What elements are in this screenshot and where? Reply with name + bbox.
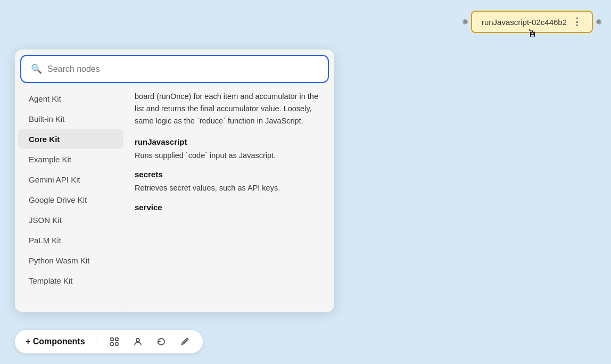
section-title-service: service — [135, 203, 323, 212]
kit-item-gemini-api-kit[interactable]: Gemini API Kit — [18, 170, 123, 189]
node-widget: runJavascript-02c446b2 ⋮ — [463, 11, 601, 33]
node-box: runJavascript-02c446b2 ⋮ — [471, 11, 593, 33]
node-label: runJavascript-02c446b2 — [482, 18, 567, 27]
person-icon-button[interactable] — [130, 335, 145, 348]
components-button[interactable]: + Components — [26, 337, 85, 346]
kit-item-example-kit[interactable]: Example Kit — [18, 150, 123, 169]
search-icon: 🔍 — [31, 63, 42, 75]
section-service: service — [135, 203, 323, 212]
section-title-secrets: secrets — [135, 170, 323, 179]
edit-icon-button[interactable] — [177, 335, 192, 348]
search-input[interactable] — [47, 64, 318, 74]
kit-item-agent-kit[interactable]: Agent Kit — [18, 89, 123, 109]
svg-rect-1 — [115, 338, 118, 341]
search-panel: 🔍 Agent KitBuilt-in KitCore KitExample K… — [15, 49, 334, 312]
grid-icon-button[interactable] — [107, 335, 122, 348]
section-title-runJavascript: runJavascript — [135, 137, 323, 146]
section-secrets: secretsRetrieves secret values, such as … — [135, 170, 323, 194]
section-desc-secrets: Retrieves secret values, such as API key… — [135, 182, 323, 194]
kit-item-python-wasm-kit[interactable]: Python Wasm Kit — [18, 251, 123, 270]
intro-text: board (runOnce) for each item and accumu… — [135, 90, 323, 128]
svg-rect-0 — [111, 338, 113, 341]
refresh-icon-button[interactable] — [154, 335, 169, 348]
node-right-dot — [596, 19, 601, 24]
kit-item-palm-kit[interactable]: PaLM Kit — [18, 230, 123, 250]
panel-body: Agent KitBuilt-in KitCore KitExample Kit… — [15, 83, 334, 312]
svg-rect-3 — [115, 343, 118, 345]
svg-point-4 — [136, 338, 139, 342]
search-bar: 🔍 — [20, 55, 329, 83]
toolbar-divider — [96, 335, 96, 348]
edit-icon — [179, 336, 190, 347]
refresh-icon — [156, 336, 167, 347]
node-left-dot — [463, 19, 468, 24]
section-runJavascript: runJavascriptRuns supplied `code` input … — [135, 137, 323, 161]
bottom-toolbar: + Components — [15, 330, 203, 353]
kit-content: board (runOnce) for each item and accumu… — [127, 83, 334, 312]
kit-item-json-kit[interactable]: JSON Kit — [18, 210, 123, 230]
kit-item-core-kit[interactable]: Core Kit — [18, 129, 123, 149]
grid-icon — [109, 336, 120, 347]
kit-item-google-drive-kit[interactable]: Google Drive Kit — [18, 190, 123, 210]
svg-rect-2 — [111, 343, 113, 345]
sections-container: runJavascriptRuns supplied `code` input … — [135, 137, 323, 212]
person-icon — [133, 336, 143, 347]
node-more-button[interactable]: ⋮ — [572, 17, 582, 27]
kit-list: Agent KitBuilt-in KitCore KitExample Kit… — [15, 83, 127, 312]
kit-item-template-kit[interactable]: Template Kit — [18, 271, 123, 291]
section-desc-runJavascript: Runs supplied `code` input as Javascript… — [135, 150, 323, 161]
kit-item-built-in-kit[interactable]: Built-in Kit — [18, 109, 123, 129]
